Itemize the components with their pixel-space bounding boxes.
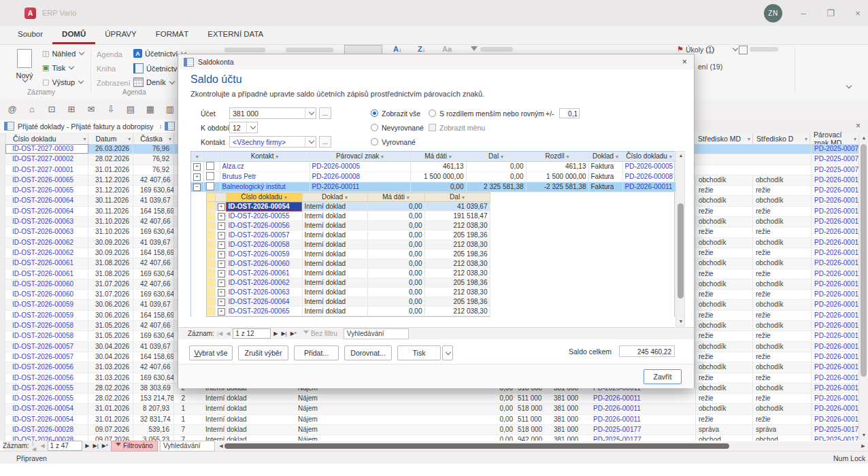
book-select[interactable]: Účetnictví [133,63,179,73]
contact-link[interactable]: Alza.cz [220,161,310,171]
dialog-vertical-scrollbar[interactable]: ▲ ▼ [675,151,685,326]
document-number-link[interactable]: ID-OST-2026-00062 [5,238,88,248]
column-header-dal[interactable]: Dal ▾ [466,152,526,161]
toolbar-icon[interactable]: ⇩ [105,104,116,114]
sub-column-ma-dati[interactable]: Má dáti ▾ [367,193,424,202]
table-row[interactable]: ID-OST-2026-00057 30.04.2026 41 039,67 [0,342,174,352]
column-header-stredisko-md[interactable]: Středisko MD▾ [694,133,752,144]
expand-icon[interactable]: + [218,270,225,277]
table-row[interactable]: ID-OST-2026-00065 31.12.2026 169 630,64 [0,186,174,196]
table-row[interactable]: ID-OST-2026-00058 31.05.2026 169 630,64 [0,331,174,341]
document-number-link[interactable]: ID-OST-2026-00056 [5,373,88,383]
column-dropdown-icon[interactable]: ▾ [83,136,86,142]
expand-icon[interactable]: + [218,232,225,239]
pairing-code-link[interactable]: PD-2026-00011 [811,186,858,195]
print-button[interactable]: ▣ Tisk [42,63,73,72]
document-number-link[interactable]: ID-OST-2026-00055 [226,211,302,221]
expand-icon[interactable]: + [218,279,225,287]
column-header-cislo-dokladu[interactable]: Číslo dokladu▾ [6,133,89,144]
row-checkbox[interactable] [206,162,214,170]
add-button[interactable]: Přidat... [294,345,339,360]
pairing-code-link[interactable]: PD-2025-00075 [811,154,858,164]
document-number-link[interactable]: ID-OST-2026-00028 [5,425,88,435]
sub-table-row[interactable]: + ID-OST-2026-00063 Interní doklad 0,00 … [207,288,490,297]
sub-table-row[interactable]: + ID-OST-2026-00060 Interní doklad 0,00 … [207,259,490,269]
document-number-link[interactable]: ID-OST-2026-00065 [5,175,88,185]
document-number-link[interactable]: ID-OST-2026-00057 [5,342,88,352]
scroll-up-icon[interactable]: ▲ [859,135,868,140]
document-number-link[interactable]: ID-OST-2026-00062 [5,248,88,258]
sub-column-dal[interactable]: Dal ▾ [424,193,490,202]
pairing-code-link[interactable]: PD-2026-00011 [593,404,656,413]
column-header-castka[interactable]: Částka▾ [133,133,174,144]
table-row[interactable]: ID-OST-2027-00003 26.03.2026 76,96 [0,144,174,154]
settle-button[interactable]: Dorovnat... [344,345,392,360]
selector-header[interactable]: ▾ [191,152,203,161]
document-number-link[interactable]: ID-OST-2026-00064 [5,207,88,216]
search-input[interactable]: Vyhledávání [160,441,215,452]
pairing-code-link[interactable]: PD-2026-00011 [811,269,858,279]
scroll-down-icon[interactable]: ▼ [859,432,868,437]
first-record-button[interactable]: |◀ [31,440,38,452]
contact-combo[interactable]: <Všechny firmy> [229,136,316,148]
sub-table-row[interactable]: + ID-OST-2026-00056 Interní doklad 0,00 … [207,221,490,231]
pairing-code-link[interactable]: PD-2026-00011 [811,258,858,268]
menu-item[interactable]: Soubor [8,26,52,44]
toolbar-icon[interactable]: ⌂ [27,104,37,114]
document-number-link[interactable]: ID-OST-2026-00063 [5,227,88,237]
column-header-doklad[interactable]: Doklad ▾ [588,152,622,161]
pairing-code-link[interactable]: PD-2026-00011 [811,290,858,299]
toolbar-icon[interactable]: ▥ [165,104,176,114]
pairing-code-link[interactable]: PD-2026-00011 [811,415,858,424]
new-button[interactable]: Nový [10,48,39,92]
sub-table-row[interactable]: + ID-OST-2026-00054 Interní doklad 0,00 … [207,202,490,211]
options-icon[interactable] [739,46,748,54]
document-number-link[interactable]: ID-OST-2026-00054 [5,404,88,413]
filter-status-chip[interactable]: Filtrováno [111,441,158,452]
menu-item[interactable]: ÚPRAVY [95,26,146,44]
preview-button[interactable]: ◫ Náhled [42,49,84,58]
period-combo[interactable]: 12 [229,122,258,133]
radio-show-all[interactable] [371,109,378,117]
document-number-link[interactable]: PD-2026-00011 [622,182,675,192]
sort-desc-icon[interactable]: Z↓ [418,45,425,53]
document-number-link[interactable]: ID-OST-2026-00061 [226,269,302,278]
record-position[interactable]: 1 z 12 [233,328,271,339]
radio-settled[interactable] [371,138,378,146]
dialog-close-icon[interactable]: × [682,56,687,67]
last-record-button[interactable]: ▶| [280,330,287,337]
sub-table-row[interactable]: + ID-OST-2026-00055 Interní doklad 0,00 … [207,211,490,221]
pairing-code-link[interactable]: PD-2026-00011 [811,373,858,383]
radio-with-difference[interactable] [429,109,436,117]
document-number-link[interactable]: ID-OST-2026-00060 [5,290,88,299]
saldo-row-selected[interactable]: − Balneologický institut PD-2026-00011 0… [191,182,675,192]
table-row[interactable]: 7 Interní doklad Nájem 0,00 518 000 381 … [174,425,858,435]
scroll-up-icon[interactable]: ▲ [676,153,686,158]
sub-column-doklad[interactable]: Doklad ▾ [302,193,367,202]
table-row[interactable]: ID-OST-2026-00056 31.03.2026 42 407,66 [0,362,174,373]
table-row[interactable]: ID-OST-2026-00028 09.07.2026 539,16 [0,425,174,435]
restore-button[interactable]: ❐ [820,7,841,19]
document-number-link[interactable]: ID-OST-2026-00059 [5,300,88,309]
pairing-code-link[interactable]: PD-2026-00011 [811,394,858,403]
pairing-code-link[interactable]: PD-2026-00011 [811,279,858,289]
close-dialog-button[interactable]: Zavřít [644,369,682,384]
document-number-link[interactable]: ID-OST-2026-00065 [5,186,88,195]
column-header-stredisko-d[interactable]: Středisko D▾ [752,133,809,144]
document-number-link[interactable]: ID-OST-2027-00002 [5,154,88,164]
tab-second[interactable] [161,120,179,133]
tasks-flag-icon[interactable]: ⚑ [677,45,684,54]
table-row[interactable]: ID-OST-2027-00002 28.02.2026 76,92 [0,154,174,165]
toolbar-icon[interactable]: ✉ [86,104,97,114]
scrollbar-thumb[interactable] [861,144,867,377]
scrollbar-thumb[interactable] [678,203,684,299]
pairing-code-link[interactable]: PD-2026-00011 [811,404,858,413]
sub-table-row[interactable]: + ID-OST-2026-00059 Interní doklad 0,00 … [207,250,490,259]
row-checkbox[interactable] [206,172,214,180]
pairing-code-link[interactable]: PD-2026-00011 [811,300,858,309]
column-header-datum[interactable]: Datum▾ [88,133,133,144]
pairing-code-link[interactable]: PD-2025-00177 [593,425,656,435]
difference-input[interactable]: 0,1 [559,108,580,118]
print-split-dropdown[interactable] [442,345,453,360]
clear-selection-button[interactable]: Zrušit výběr [238,345,288,360]
